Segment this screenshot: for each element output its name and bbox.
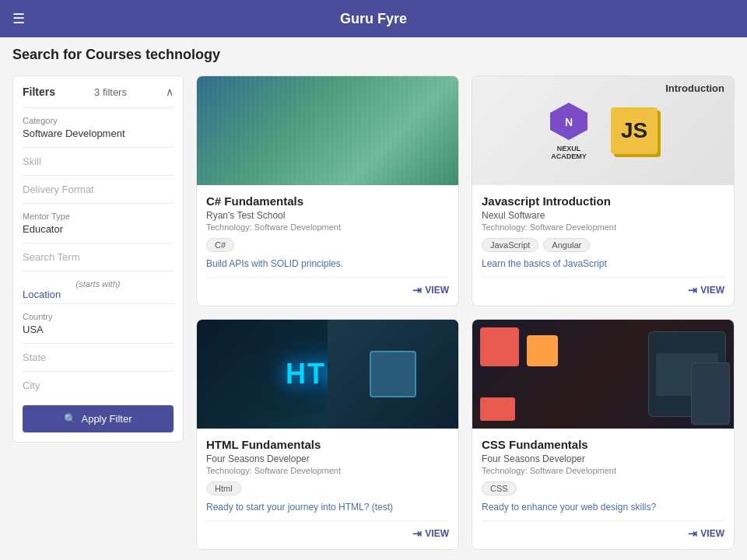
- svg-text:N: N: [565, 116, 573, 128]
- app-title: Guru Fyre: [340, 11, 407, 27]
- nexul-logo: N NEXULACADEMY: [549, 101, 589, 160]
- state-filter[interactable]: State: [23, 343, 174, 371]
- main-content: Filters 3 filters ∧ Category Software De…: [0, 66, 747, 560]
- country-label: Country: [23, 312, 174, 321]
- course-tags: CSS: [482, 481, 724, 495]
- course-title: Javascript Introduction: [482, 194, 724, 208]
- mentor-type-value[interactable]: Educator: [23, 223, 174, 235]
- filters-header: Filters 3 filters ∧: [23, 86, 174, 98]
- course-tags: C#: [206, 238, 449, 252]
- course-description: Build APIs with SOLID principles.: [206, 258, 449, 269]
- skill-filter[interactable]: Skill: [23, 147, 174, 175]
- course-footer: ⇥ VIEW: [206, 520, 449, 540]
- course-footer: ⇥ VIEW: [206, 277, 449, 296]
- course-technology: Technology: Software Development: [206, 222, 449, 232]
- apply-search-icon: 🔍: [64, 413, 76, 425]
- course-description: Learn the basics of JavaScript: [482, 258, 724, 269]
- course-school: Ryan's Test School: [206, 210, 449, 221]
- view-button[interactable]: ⇥ VIEW: [412, 284, 449, 296]
- course-title: HTML Fundamentals: [206, 438, 449, 451]
- course-thumbnail: [197, 76, 458, 185]
- course-tag: C#: [206, 238, 234, 252]
- view-icon: ⇥: [688, 527, 697, 540]
- delivery-format-filter[interactable]: Delivery Format: [23, 175, 174, 203]
- search-term-placeholder[interactable]: Search Term: [23, 251, 174, 263]
- course-footer: ⇥ VIEW: [482, 277, 724, 296]
- category-label: Category: [23, 116, 174, 125]
- course-tag: Angular: [543, 238, 590, 252]
- course-body: HTML Fundamentals Four Seasons Developer…: [197, 429, 458, 549]
- course-card: N NEXULACADEMY Introduction JS Javascrip…: [472, 75, 735, 306]
- course-title: CSS Fundamentals: [482, 438, 724, 451]
- apply-button-label: Apply Filter: [81, 413, 132, 425]
- course-technology: Technology: Software Development: [482, 222, 724, 232]
- search-term-filter[interactable]: Search Term: [23, 243, 174, 271]
- state-placeholder[interactable]: State: [23, 352, 174, 363]
- category-filter: Category Software Development: [23, 107, 174, 147]
- course-card: CSS Fundamentals Four Seasons Developer …: [472, 319, 735, 550]
- category-value[interactable]: Software Development: [23, 128, 174, 139]
- course-body: C# Fundamentals Ryan's Test School Techn…: [197, 185, 458, 306]
- course-technology: Technology: Software Development: [482, 466, 724, 475]
- page-heading: Search for Courses technology: [0, 37, 747, 66]
- course-card: C# Fundamentals Ryan's Test School Techn…: [196, 75, 459, 306]
- filters-sidebar: Filters 3 filters ∧ Category Software De…: [12, 75, 184, 443]
- course-technology: Technology: Software Development: [206, 466, 449, 475]
- course-description: Ready to start your journey into HTML? (…: [206, 502, 449, 513]
- view-icon: ⇥: [412, 527, 422, 540]
- course-body: Javascript Introduction Nexul Software T…: [472, 185, 734, 306]
- filters-toggle-icon[interactable]: ∧: [166, 86, 174, 98]
- course-tags: Html: [206, 481, 449, 495]
- course-description: Ready to enhance your web design skills?: [482, 502, 724, 513]
- course-tag: Html: [206, 481, 241, 495]
- apply-filter-button[interactable]: 🔍 Apply Filter: [23, 405, 174, 432]
- location-hint: (starts with): [23, 279, 174, 289]
- location-section: (starts with) Location: [23, 271, 174, 303]
- course-title: C# Fundamentals: [206, 194, 449, 208]
- skill-placeholder[interactable]: Skill: [23, 156, 174, 167]
- view-label: VIEW: [425, 528, 449, 539]
- course-body: CSS Fundamentals Four Seasons Developer …: [472, 429, 734, 549]
- course-school: Four Seasons Developer: [206, 453, 449, 464]
- course-school: Four Seasons Developer: [482, 453, 724, 464]
- course-tag: JavaScript: [482, 238, 538, 252]
- view-label: VIEW: [700, 528, 724, 539]
- menu-icon[interactable]: ☰: [12, 10, 25, 27]
- header: ☰ Guru Fyre: [0, 0, 747, 37]
- view-label: VIEW: [425, 285, 449, 296]
- course-tags: JavaScriptAngular: [482, 238, 724, 252]
- delivery-format-placeholder[interactable]: Delivery Format: [23, 184, 174, 195]
- city-placeholder[interactable]: City: [23, 380, 174, 391]
- course-school: Nexul Software: [482, 210, 724, 221]
- course-tag: CSS: [482, 481, 517, 495]
- course-grid: C# Fundamentals Ryan's Test School Techn…: [196, 75, 735, 560]
- view-label: VIEW: [700, 285, 724, 296]
- mentor-type-filter: Mentor Type Educator: [23, 203, 174, 243]
- filters-count: 3 filters: [94, 86, 127, 98]
- country-filter: Country USA: [23, 303, 174, 343]
- view-button[interactable]: ⇥ VIEW: [412, 527, 449, 540]
- view-icon: ⇥: [688, 284, 697, 296]
- course-thumbnail: [472, 320, 734, 429]
- course-footer: ⇥ VIEW: [482, 520, 724, 540]
- view-button[interactable]: ⇥ VIEW: [688, 527, 724, 540]
- location-link[interactable]: Location: [23, 289, 174, 300]
- country-value[interactable]: USA: [23, 324, 174, 335]
- course-thumbnail: N NEXULACADEMY Introduction JS: [472, 76, 734, 185]
- course-card: HTML HTML Fundamentals Four Seasons Deve…: [196, 319, 459, 550]
- filters-label: Filters: [23, 86, 55, 98]
- view-button[interactable]: ⇥ VIEW: [688, 284, 724, 296]
- mentor-type-label: Mentor Type: [23, 212, 174, 221]
- course-thumbnail: HTML: [197, 320, 458, 429]
- city-filter[interactable]: City: [23, 371, 174, 399]
- view-icon: ⇥: [412, 284, 422, 296]
